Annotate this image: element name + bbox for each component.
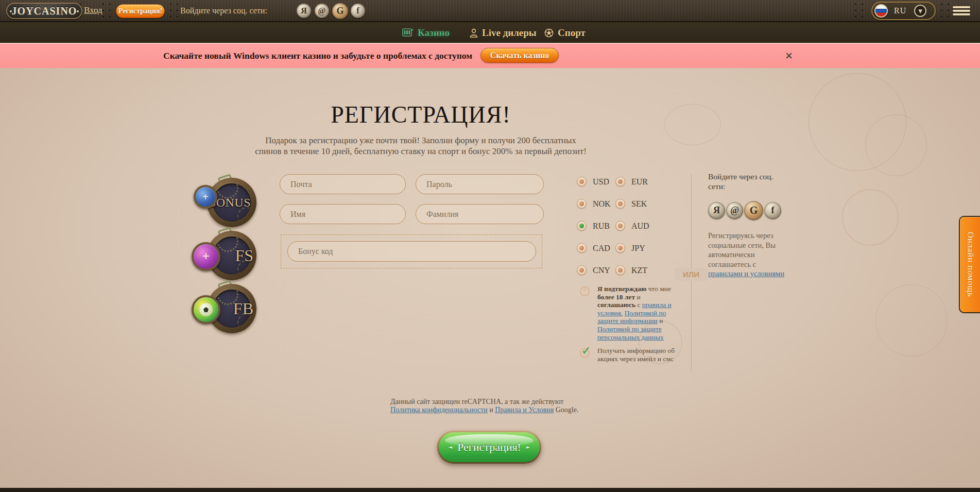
login-link[interactable]: Вход xyxy=(84,0,102,22)
bonus-code-field[interactable] xyxy=(287,241,536,262)
password-field[interactable] xyxy=(416,174,544,194)
google-icon[interactable]: G xyxy=(332,3,348,19)
registration-page: JOYCASINO Вход Регистрация! Войдите чере… xyxy=(0,0,980,492)
currency-option-nok[interactable]: NOK xyxy=(577,193,615,215)
header-social-prompt: Войдите через соц. сети: xyxy=(180,0,267,22)
tab-sport[interactable]: Спорт xyxy=(544,22,586,43)
terms-link[interactable]: правилами и условиями xyxy=(708,269,784,278)
tab-live-label: Live дилеры xyxy=(482,27,537,39)
yandex-glyph: Я xyxy=(301,6,307,15)
paper-sketch-decor xyxy=(809,73,906,171)
radio-icon xyxy=(577,177,587,186)
google-icon[interactable]: G xyxy=(744,201,763,220)
radio-icon xyxy=(577,199,587,209)
radio-icon xyxy=(577,221,587,231)
currency-options: USD EUR NOK SEK RUB AUD CAD JPY CNY KZT xyxy=(577,171,659,281)
soccer-ball-icon xyxy=(544,28,554,38)
google-glyph: G xyxy=(336,6,343,16)
tab-sport-label: Спорт xyxy=(558,27,586,39)
google-terms-link[interactable]: Правила и Условия xyxy=(495,406,554,414)
close-icon[interactable]: ✕ xyxy=(783,49,795,62)
subtitle-line-1: Подарок за регистрацию уже почти твой! З… xyxy=(265,135,576,145)
lastname-field[interactable] xyxy=(416,204,544,224)
mailru-icon[interactable]: @ xyxy=(726,202,743,219)
badge-freebet-label: FB xyxy=(233,283,253,334)
radio-icon xyxy=(577,243,587,253)
badge-freebet-medal-icon xyxy=(192,295,220,324)
rivet-decor xyxy=(941,3,950,19)
online-help-tab[interactable]: Онлайн помощь xyxy=(959,216,980,313)
badge-freespins: FS + xyxy=(192,230,257,281)
promo-text: Получать информацию об акциях через имей… xyxy=(597,347,680,363)
dealer-person-icon xyxy=(470,28,478,38)
check-icon: ✓ xyxy=(581,282,591,295)
currency-option-kzt[interactable]: KZT xyxy=(615,259,654,281)
privacy-policy-link[interactable]: Политика конфиденциальности xyxy=(390,406,488,414)
radio-icon xyxy=(615,199,625,209)
tab-casino[interactable]: Казино xyxy=(402,22,450,43)
facebook-glyph: f xyxy=(356,6,359,15)
paper-stain-decor xyxy=(842,189,899,246)
header-bar: JOYCASINO Вход Регистрация! Войдите чере… xyxy=(0,0,980,22)
badge-freespins-label: FS xyxy=(235,230,253,281)
paper-sketch-decor xyxy=(875,284,948,357)
age-confirm-text: Я подтверждаю что мне более 18 лет и сог… xyxy=(597,285,676,341)
personal-data-policy-link[interactable]: Политикой по защите персональных данных xyxy=(597,325,664,341)
logo[interactable]: JOYCASINO xyxy=(6,3,82,19)
badge-bonus: BONUS + xyxy=(192,177,257,228)
language-selector[interactable]: RU ▼ xyxy=(871,2,936,20)
arrow-right-icon: ► xyxy=(526,445,530,450)
chevron-down-icon[interactable]: ▼ xyxy=(914,5,926,17)
radio-icon xyxy=(577,265,587,275)
page-title: РЕГИСТРАЦИЯ! xyxy=(266,101,575,128)
rivet-decor xyxy=(170,3,179,19)
badge-bonus-medal-icon: + xyxy=(194,185,217,209)
currency-option-aud[interactable]: AUD xyxy=(615,215,654,237)
currency-option-rub[interactable]: RUB xyxy=(577,215,615,237)
age-confirm-checkbox[interactable]: ✓ xyxy=(580,285,591,297)
radio-icon xyxy=(615,177,625,186)
mailru-icon[interactable]: @ xyxy=(315,4,329,18)
currency-option-cny[interactable]: CNY xyxy=(577,259,615,281)
rivet-decor xyxy=(102,3,111,19)
facebook-icon[interactable]: f xyxy=(351,4,365,18)
social-note: Регистрируясь через социальные сети, Вы … xyxy=(708,231,788,279)
currency-option-sek[interactable]: SEK xyxy=(615,193,654,215)
radio-icon xyxy=(615,221,625,231)
russia-flag-icon xyxy=(874,4,888,18)
submit-label: Регистрация! xyxy=(457,440,521,454)
promo-checkbox[interactable]: ✓ xyxy=(580,347,591,359)
soccer-ball-icon xyxy=(199,303,213,316)
online-help-label: Онлайн помощь xyxy=(965,232,975,297)
radio-icon xyxy=(615,265,625,275)
banner-message: Скачайте новый Windows клиент казино и з… xyxy=(163,43,472,68)
bottom-edge-decor xyxy=(0,488,980,492)
page-subtitle: Подарок за регистрацию уже почти твой! З… xyxy=(240,135,601,157)
social-column-heading: Войдите через соц. сети: xyxy=(708,172,780,191)
currency-option-eur[interactable]: EUR xyxy=(615,171,654,193)
arrow-left-icon: ◄ xyxy=(449,445,452,450)
rivet-decor xyxy=(855,3,864,19)
paper-sketch-decor xyxy=(865,114,927,176)
download-banner: Скачайте новый Windows клиент казино и з… xyxy=(0,43,980,68)
header-register-button[interactable]: Регистрация! xyxy=(116,4,165,18)
currency-option-jpy[interactable]: JPY xyxy=(615,237,654,259)
paper-stain-decor xyxy=(664,104,721,145)
main-content xyxy=(0,68,980,488)
email-field[interactable] xyxy=(280,174,406,194)
tab-live-dealers[interactable]: Live дилеры xyxy=(470,22,537,43)
or-label: ИЛИ xyxy=(675,268,707,281)
badge-freebet: FB xyxy=(192,283,257,334)
currency-option-cad[interactable]: CAD xyxy=(577,237,615,259)
logo-text: JOYCASINO xyxy=(12,5,77,17)
check-icon: ✓ xyxy=(581,344,591,357)
yandex-icon[interactable]: Я xyxy=(708,202,725,219)
facebook-icon[interactable]: f xyxy=(764,202,781,219)
yandex-icon[interactable]: Я xyxy=(297,4,311,18)
social-login-icons: Я @ G f xyxy=(708,201,781,220)
hamburger-menu-icon[interactable] xyxy=(953,6,970,15)
firstname-field[interactable] xyxy=(280,204,406,224)
currency-option-usd[interactable]: USD xyxy=(577,171,615,193)
submit-register-button[interactable]: ◄ Регистрация! ► xyxy=(437,431,541,464)
download-casino-button[interactable]: Скачать казино xyxy=(480,48,559,63)
